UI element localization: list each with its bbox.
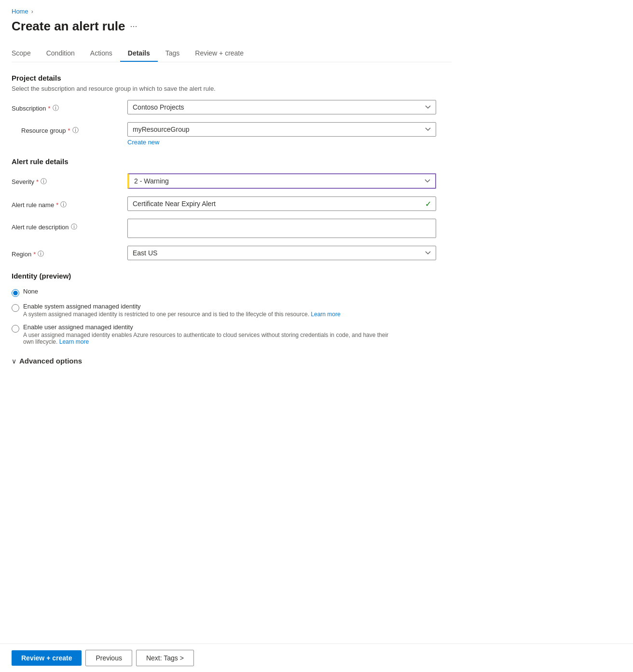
identity-title: Identity (preview) (12, 272, 452, 280)
identity-user-label-wrap: Enable user assigned managed identity A … (23, 323, 390, 345)
tab-scope[interactable]: Scope (12, 45, 39, 62)
severity-info-icon[interactable]: ⓘ (41, 177, 47, 186)
identity-none-label-wrap: None (23, 288, 38, 295)
identity-none-radio[interactable] (12, 289, 19, 297)
tab-review-create[interactable]: Review + create (187, 45, 251, 62)
alert-rule-name-input-wrap: ✓ (127, 196, 436, 211)
breadcrumb-home[interactable]: Home (12, 8, 28, 15)
identity-radio-group: None Enable system assigned managed iden… (12, 288, 452, 345)
subscription-control: Contoso Projects (127, 100, 436, 114)
description-info-icon[interactable]: ⓘ (71, 223, 77, 231)
name-info-icon[interactable]: ⓘ (60, 200, 67, 209)
review-create-button[interactable]: Review + create (12, 650, 82, 666)
subscription-required: * (48, 105, 51, 112)
user-assigned-learn-more-link[interactable]: Learn more (59, 338, 89, 345)
rg-info-icon[interactable]: ⓘ (72, 126, 79, 135)
identity-system-radio[interactable] (12, 304, 19, 312)
tabs-nav: Scope Condition Actions Details Tags Rev… (12, 45, 452, 62)
tab-condition[interactable]: Condition (39, 45, 83, 62)
advanced-options-toggle[interactable]: ∨ Advanced options (12, 357, 452, 365)
region-info-icon[interactable]: ⓘ (38, 250, 44, 258)
rg-required: * (68, 127, 70, 134)
tab-actions[interactable]: Actions (83, 45, 120, 62)
alert-rule-description-control (127, 219, 436, 238)
identity-none-label[interactable]: None (23, 288, 38, 295)
bottom-bar: Review + create Previous Next: Tags > (0, 644, 633, 672)
subscription-row: Subscription * ⓘ Contoso Projects (12, 100, 452, 114)
tab-details[interactable]: Details (120, 45, 158, 62)
alert-rule-description-row: Alert rule description ⓘ (12, 219, 452, 238)
subscription-select[interactable]: Contoso Projects (127, 100, 436, 114)
severity-control: 2 - Warning (127, 173, 436, 189)
page-title: Create an alert rule ··· (12, 19, 452, 34)
alert-rule-name-label: Alert rule name * ⓘ (12, 196, 127, 209)
identity-user-radio[interactable] (12, 325, 19, 333)
advanced-options-chevron-icon: ∨ (12, 357, 16, 365)
severity-select[interactable]: 2 - Warning (127, 173, 436, 189)
identity-section: Identity (preview) None Enable system as… (12, 272, 452, 345)
alert-rule-name-input[interactable] (127, 196, 436, 211)
project-details-desc: Select the subscription and resource gro… (12, 85, 452, 92)
system-assigned-learn-more-link[interactable]: Learn more (311, 311, 340, 318)
identity-system-label-wrap: Enable system assigned managed identity … (23, 303, 341, 318)
identity-system-label[interactable]: Enable system assigned managed identity (23, 303, 341, 310)
subscription-label: Subscription * ⓘ (12, 100, 127, 112)
project-details-section: Project details Select the subscription … (12, 74, 452, 146)
breadcrumb: Home › (12, 8, 452, 15)
identity-system-desc: A system assigned managed identity is re… (23, 311, 341, 318)
advanced-options-label: Advanced options (19, 357, 82, 365)
previous-button[interactable]: Previous (85, 650, 132, 666)
resource-group-label-wrap: Resource group * ⓘ (12, 122, 127, 135)
page-options-icon[interactable]: ··· (130, 21, 138, 31)
region-row: Region * ⓘ East US (12, 246, 452, 260)
alert-rule-details-section: Alert rule details Severity * ⓘ 2 - Warn… (12, 157, 452, 260)
next-button[interactable]: Next: Tags > (136, 650, 194, 666)
identity-user-label[interactable]: Enable user assigned managed identity (23, 323, 390, 331)
severity-row: Severity * ⓘ 2 - Warning (12, 173, 452, 189)
alert-rule-description-input[interactable] (127, 219, 436, 238)
alert-rule-details-title: Alert rule details (12, 157, 452, 166)
identity-user-desc: A user assigned managed identity enables… (23, 332, 390, 345)
region-select[interactable]: East US (127, 246, 436, 260)
alert-rule-name-control: ✓ (127, 196, 436, 211)
alert-rule-name-row: Alert rule name * ⓘ ✓ (12, 196, 452, 211)
resource-group-control: myResourceGroup Create new (127, 122, 436, 146)
severity-required: * (36, 178, 39, 185)
identity-user-assigned-item: Enable user assigned managed identity A … (12, 323, 452, 345)
resource-group-row: Resource group * ⓘ myResourceGroup Creat… (12, 122, 452, 146)
identity-system-assigned-item: Enable system assigned managed identity … (12, 303, 452, 318)
alert-rule-description-label: Alert rule description ⓘ (12, 219, 127, 231)
name-required: * (56, 201, 58, 209)
tab-tags[interactable]: Tags (158, 45, 188, 62)
region-required: * (33, 251, 36, 258)
severity-label: Severity * ⓘ (12, 173, 127, 186)
region-label: Region * ⓘ (12, 246, 127, 258)
region-control: East US (127, 246, 436, 260)
breadcrumb-separator: › (31, 8, 33, 15)
create-new-link[interactable]: Create new (127, 139, 436, 146)
identity-none-item: None (12, 288, 452, 297)
subscription-info-icon[interactable]: ⓘ (53, 104, 59, 112)
name-check-icon: ✓ (425, 199, 431, 209)
project-details-title: Project details (12, 74, 452, 82)
resource-group-select[interactable]: myResourceGroup (127, 122, 436, 137)
